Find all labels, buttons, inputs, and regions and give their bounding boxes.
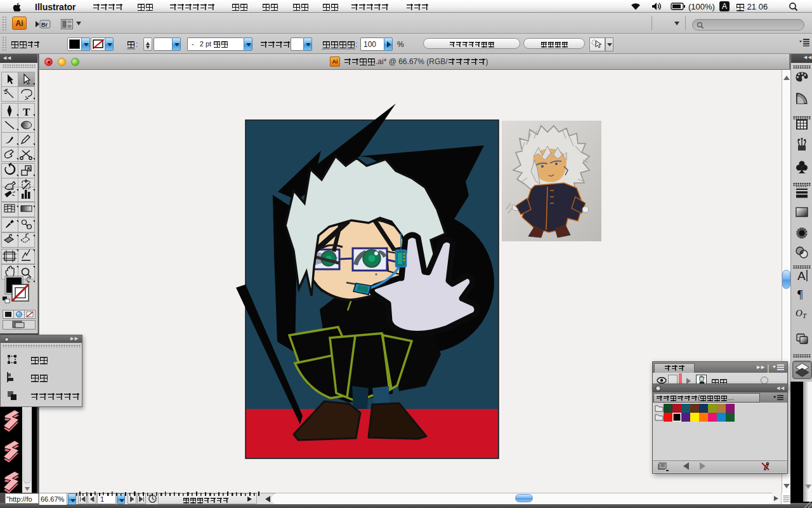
svg-text:T: T [23, 106, 30, 118]
svg-text:¶: ¶ [797, 288, 803, 301]
svg-text:O: O [796, 308, 802, 318]
svg-text:A: A [797, 269, 806, 283]
svg-text:Br: Br [41, 22, 48, 28]
svg-text:T: T [802, 312, 807, 319]
